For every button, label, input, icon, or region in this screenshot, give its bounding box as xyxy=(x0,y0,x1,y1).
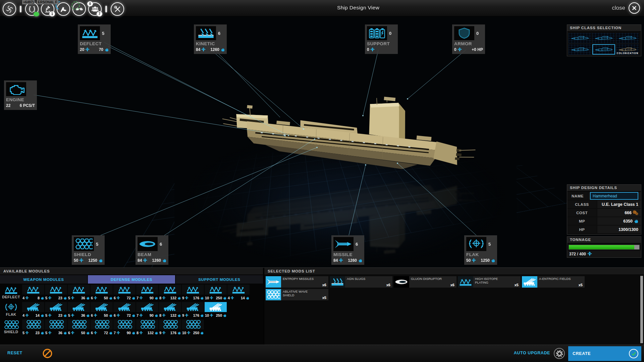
tonnage-icon xyxy=(162,313,166,317)
diplomacy-handshake-icon[interactable] xyxy=(72,2,86,16)
shield-honeycomb-icon xyxy=(113,319,136,329)
close-button[interactable]: close xyxy=(612,2,640,14)
create-button[interactable]: CREATE xyxy=(568,346,641,361)
power-fist-icon xyxy=(40,296,44,300)
ship-class-thumbnail[interactable] xyxy=(592,33,615,43)
close-label: close xyxy=(612,5,625,11)
callout-support[interactable]: 0 SUPPORT 0 xyxy=(365,24,398,54)
tonnage-icon xyxy=(71,296,74,300)
tonnage-icon xyxy=(25,296,29,300)
callout-armor[interactable]: 0 ARMOR 0 +0 HP xyxy=(452,24,485,54)
selected-mod-chip[interactable]: ENTROPY MISSILES x6 xyxy=(266,276,328,288)
tonnage-icon xyxy=(139,331,143,335)
callout-beam[interactable]: 6 BEAM 84 1260 xyxy=(136,235,168,265)
fleet-fighter-icon[interactable] xyxy=(57,2,70,16)
flak-module-cell[interactable]: 5 23 xyxy=(45,302,67,318)
people-badge-bottom: 7 xyxy=(97,11,102,16)
population-people-icon[interactable]: 0 7 xyxy=(88,2,102,16)
selected-mod-chip[interactable]: ABLATIVE WAVE SHIELD x5 xyxy=(266,289,328,300)
deflect-icon xyxy=(205,285,227,295)
deflect-module-cell[interactable]: 6 50 xyxy=(91,285,113,301)
auto-upgrade-button[interactable]: AUTO UPGRADE xyxy=(514,351,550,355)
shield-module-cell[interactable]: 7 90 xyxy=(113,319,136,336)
deflect-module-cell[interactable]: 8 132 xyxy=(159,285,181,301)
callout-engine[interactable]: ENGINE 22 6 PCS/T xyxy=(4,80,37,110)
power-fist-icon xyxy=(131,296,135,300)
deflect-module-cell[interactable]: 10 250 xyxy=(205,285,227,301)
tonnage-icon xyxy=(48,313,52,317)
flak-row-label: FLAK xyxy=(1,302,21,316)
shield-honeycomb-icon xyxy=(91,319,113,329)
mod-count: x5 xyxy=(579,283,583,287)
mods-scrollbar[interactable] xyxy=(640,276,643,343)
callout-shield[interactable]: 5 SHIELD 50 1250 xyxy=(72,235,105,265)
galaxy-icon[interactable] xyxy=(3,2,16,16)
flak-module-cell[interactable]: 6 72 xyxy=(113,302,136,318)
selected-mod-chip[interactable]: AGN SLUGS x6 xyxy=(330,276,392,288)
shield-module-cell[interactable]: 10 250 xyxy=(182,319,204,336)
tonnage-panel: TONNAGE 372 / 400 xyxy=(567,236,641,258)
achievements-laurel-icon[interactable] xyxy=(25,2,39,16)
mods-scrollbar-thumb[interactable] xyxy=(640,276,643,343)
reset-ban-icon[interactable] xyxy=(42,348,53,359)
mod-name: HIGH ISOTOPE PLATING xyxy=(475,277,510,285)
deflect-module-cell[interactable]: 7 90 xyxy=(136,285,158,301)
ship-class-thumbnail[interactable]: COLONIZATION xyxy=(616,44,639,55)
ship-class-thumbnail[interactable] xyxy=(569,33,591,43)
flak-icon xyxy=(3,303,19,312)
mod-count: x5 xyxy=(515,283,519,287)
shield-module-cell[interactable]: 5 23 xyxy=(22,319,44,336)
shield-module-cell[interactable]: 6 50 xyxy=(68,319,90,336)
module-tab[interactable]: DEFENSE MODULES xyxy=(88,275,175,284)
mod-count: x6 xyxy=(322,283,326,287)
callout-deflect[interactable]: 5 DEFLECT 20 70 xyxy=(78,24,111,54)
ship-class-thumbnail[interactable] xyxy=(569,44,591,55)
deflect-module-cell[interactable]: 9 176 xyxy=(182,285,204,301)
module-tab[interactable]: SUPPORT MODULES xyxy=(176,275,263,284)
deflect-module-cell[interactable]: 4 14 xyxy=(227,285,250,301)
ship-class-thumbnail[interactable] xyxy=(616,33,639,43)
flak-module-cell[interactable]: 8 132 xyxy=(159,302,181,318)
power-fist-icon xyxy=(109,313,112,317)
power-fist-icon xyxy=(86,296,90,300)
reset-button[interactable]: RESET xyxy=(7,351,22,355)
power-fist-icon xyxy=(154,331,158,335)
shield-module-cell[interactable]: 9 176 xyxy=(159,319,181,336)
deflect-icon xyxy=(182,285,204,295)
deflect-module-cell[interactable]: 4 8 xyxy=(22,285,44,301)
tonnage-icon xyxy=(143,258,147,263)
callout-missile[interactable]: 6 MISSILE 84 1260 xyxy=(331,235,364,265)
flak-module-cell[interactable]: 10 250 xyxy=(205,302,227,318)
ship-name-input[interactable] xyxy=(590,192,638,200)
shield-module-cell[interactable]: 5 36 xyxy=(45,319,67,336)
research-microscope-icon[interactable]: 1 xyxy=(41,2,54,16)
flak-module-cell[interactable]: 5 36 xyxy=(68,302,90,318)
deflect-module-cell[interactable]: 5 36 xyxy=(68,285,90,301)
flak-module-cell[interactable]: 9 176 xyxy=(182,302,204,318)
flak-module-cell[interactable]: 7 90 xyxy=(136,302,158,318)
ship-thumbnail-icon xyxy=(570,35,590,42)
flak-module-cell[interactable]: 6 50 xyxy=(91,302,113,318)
power-fist-icon xyxy=(131,331,135,335)
deflect-module-cell[interactable]: 5 23 xyxy=(45,285,67,301)
module-tab[interactable]: WEAPON MODULES xyxy=(0,275,87,284)
callout-kinetic[interactable]: 6 KINETIC 84 1260 xyxy=(194,24,227,54)
shipyard-tools-icon[interactable] xyxy=(111,2,124,16)
callout-flak[interactable]: 5 FLAK 50 1250 xyxy=(464,235,497,265)
selected-mod-chip[interactable]: A-ENTROPIC FIELDS x5 xyxy=(522,276,585,288)
mod-name: ENTROPY MISSILES xyxy=(283,277,318,281)
ship-class-thumbnail[interactable] xyxy=(592,44,615,55)
flak-icon xyxy=(466,237,486,251)
shield-module-cell[interactable]: 6 72 xyxy=(91,319,113,336)
selected-mod-chip[interactable]: GLUON DISRUPTOR x6 xyxy=(394,276,457,288)
tonnage-icon xyxy=(25,331,29,335)
tonnage-icon xyxy=(187,331,191,335)
shield-module-cell[interactable]: 8 132 xyxy=(136,319,158,336)
auto-upgrade-gear-icon[interactable] xyxy=(554,348,565,359)
selected-mod-chip[interactable]: HIGH ISOTOPE PLATING x5 xyxy=(458,276,521,288)
missile-icon xyxy=(333,237,354,251)
flak-module-cell[interactable]: 4 14 xyxy=(22,302,44,318)
deflect-module-cell[interactable]: 6 72 xyxy=(113,285,136,301)
available-modules-panel: AVAILABLE MODULES WEAPON MODULES DEFENSE… xyxy=(0,268,263,345)
detail-row-hp: HP 1300/1300 xyxy=(567,226,641,233)
